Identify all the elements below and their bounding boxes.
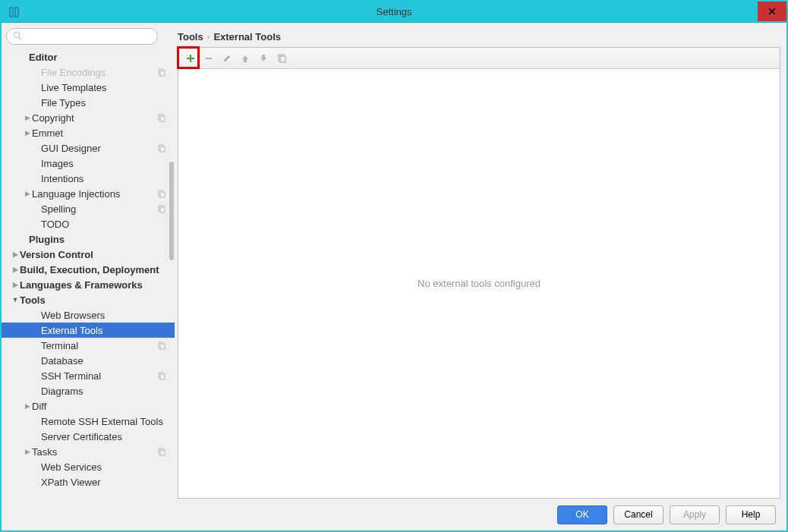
svg-rect-21 xyxy=(160,450,165,455)
svg-rect-17 xyxy=(160,344,165,349)
tree-item-label: Remote SSH External Tools xyxy=(41,416,167,427)
tree-item-label: Database xyxy=(41,355,167,367)
tree-item-label: File Types xyxy=(41,97,167,109)
tree-item[interactable]: ▶Diff xyxy=(2,398,175,414)
tree-item-label: Live Templates xyxy=(41,82,167,93)
tree-item[interactable]: Diagrams xyxy=(2,383,175,398)
tree-item[interactable]: File Types xyxy=(2,95,175,110)
scope-icon xyxy=(156,342,167,350)
tree-item-label: Diagrams xyxy=(41,386,167,397)
tree-item-label: Intentions xyxy=(41,173,167,184)
tree-item[interactable]: File Encodings xyxy=(2,65,175,80)
external-tools-panel: No external tools configured xyxy=(178,47,780,499)
tree-item[interactable]: ▶Languages & Frameworks xyxy=(2,277,175,292)
tree-item[interactable]: SSH Terminal xyxy=(2,368,175,383)
tree-item-label: Version Control xyxy=(20,249,167,260)
tree-item[interactable]: GUI Designer xyxy=(2,140,175,156)
tree-item-label: Emmet xyxy=(32,127,167,139)
dialog-footer: OK Cancel Apply Help xyxy=(2,499,786,530)
tree-item[interactable]: Editor xyxy=(2,49,175,65)
add-button[interactable] xyxy=(181,49,200,68)
edit-button[interactable] xyxy=(218,49,236,68)
search-input[interactable] xyxy=(25,31,151,42)
tree-item[interactable]: Live Templates xyxy=(2,80,175,95)
settings-tree[interactable]: EditorFile EncodingsLive TemplatesFile T… xyxy=(2,48,175,499)
tree-item-label: Copyright xyxy=(32,112,156,124)
tree-arrow-icon[interactable]: ▶ xyxy=(23,190,32,197)
tree-item-label: Server Certificates xyxy=(41,431,167,442)
scope-icon xyxy=(156,448,167,456)
tree-item-label: File Encodings xyxy=(41,67,156,78)
tree-item-label: TODO xyxy=(41,219,167,230)
tree-item[interactable]: Images xyxy=(2,156,175,171)
svg-rect-1 xyxy=(15,8,18,17)
tree-arrow-icon[interactable]: ▶ xyxy=(23,402,32,410)
tree-item[interactable]: ▶Version Control xyxy=(2,247,175,262)
breadcrumb-root[interactable]: Tools xyxy=(178,31,203,42)
tree-item-label: Diff xyxy=(32,401,167,412)
tree-item-label: Web Browsers xyxy=(41,310,167,321)
tree-item[interactable]: Server Certificates xyxy=(2,429,175,444)
tree-item-label: XPath Viewer xyxy=(41,477,167,488)
tree-item[interactable]: Terminal xyxy=(2,338,175,353)
svg-rect-26 xyxy=(280,56,285,62)
tree-item[interactable]: Database xyxy=(2,353,175,368)
move-down-button[interactable] xyxy=(254,49,273,68)
scope-icon xyxy=(156,68,167,77)
main-panel: Tools › External Tools xyxy=(175,23,786,499)
tree-arrow-icon[interactable]: ▶ xyxy=(11,266,20,273)
tree-item[interactable]: ▶Tasks xyxy=(2,444,175,459)
tree-item[interactable]: TODO xyxy=(2,216,175,231)
tree-item[interactable]: ▶Language Injections xyxy=(2,186,175,201)
search-icon xyxy=(13,31,22,42)
svg-rect-9 xyxy=(160,116,165,121)
sidebar: EditorFile EncodingsLive TemplatesFile T… xyxy=(2,23,175,499)
tree-item-label: Tools xyxy=(20,294,167,306)
tree-arrow-icon[interactable]: ▶ xyxy=(23,448,32,455)
tree-item-label: Editor xyxy=(29,52,167,63)
tree-item[interactable]: ▼Tools xyxy=(2,292,175,307)
tree-item-label: Plugins xyxy=(29,234,167,245)
app-icon xyxy=(6,4,23,20)
tree-item-label: SSH Terminal xyxy=(41,370,156,382)
tree-arrow-icon[interactable]: ▼ xyxy=(11,296,20,304)
tree-item[interactable]: Intentions xyxy=(2,171,175,186)
move-up-button[interactable] xyxy=(236,49,254,68)
tree-item[interactable]: Plugins xyxy=(2,231,175,247)
tree-arrow-icon[interactable]: ▶ xyxy=(23,129,32,137)
tree-arrow-icon[interactable]: ▶ xyxy=(11,250,20,258)
tree-item[interactable]: Web Browsers xyxy=(2,307,175,323)
empty-message: No external tools configured xyxy=(178,69,780,498)
content-area: EditorFile EncodingsLive TemplatesFile T… xyxy=(2,23,786,499)
tree-item[interactable]: Remote SSH External Tools xyxy=(2,414,175,429)
tree-item-label: External Tools xyxy=(41,325,167,336)
tree-item[interactable]: Web Services xyxy=(2,459,175,474)
tree-item[interactable]: ▶Build, Execution, Deployment xyxy=(2,262,175,277)
tree-item[interactable]: ▶Copyright xyxy=(2,110,175,125)
remove-button[interactable] xyxy=(200,49,218,68)
svg-rect-19 xyxy=(160,374,165,379)
scope-icon xyxy=(156,144,167,153)
tree-arrow-icon[interactable]: ▶ xyxy=(11,281,20,288)
close-button[interactable] xyxy=(758,2,786,21)
tree-item[interactable]: ▶Emmet xyxy=(2,125,175,140)
svg-rect-0 xyxy=(10,8,13,17)
settings-window: Settings EditorFile EncodingsLive Templa… xyxy=(2,2,786,530)
apply-button[interactable]: Apply xyxy=(670,505,720,524)
tree-item-label: Language Injections xyxy=(32,188,156,200)
tree-item-label: Languages & Frameworks xyxy=(20,279,167,291)
svg-line-5 xyxy=(19,37,21,39)
svg-rect-7 xyxy=(160,71,165,76)
cancel-button[interactable]: Cancel xyxy=(613,505,663,524)
help-button[interactable]: Help xyxy=(726,505,776,524)
svg-rect-13 xyxy=(160,192,165,197)
tree-item-label: Spelling xyxy=(41,203,156,215)
search-input-wrap[interactable] xyxy=(6,28,158,45)
tree-item[interactable]: External Tools xyxy=(2,323,175,338)
scope-icon xyxy=(156,114,167,122)
copy-button[interactable] xyxy=(273,49,291,68)
tree-item[interactable]: Spelling xyxy=(2,201,175,216)
tree-arrow-icon[interactable]: ▶ xyxy=(23,114,32,121)
tree-item[interactable]: XPath Viewer xyxy=(2,474,175,490)
ok-button[interactable]: OK xyxy=(557,505,607,524)
